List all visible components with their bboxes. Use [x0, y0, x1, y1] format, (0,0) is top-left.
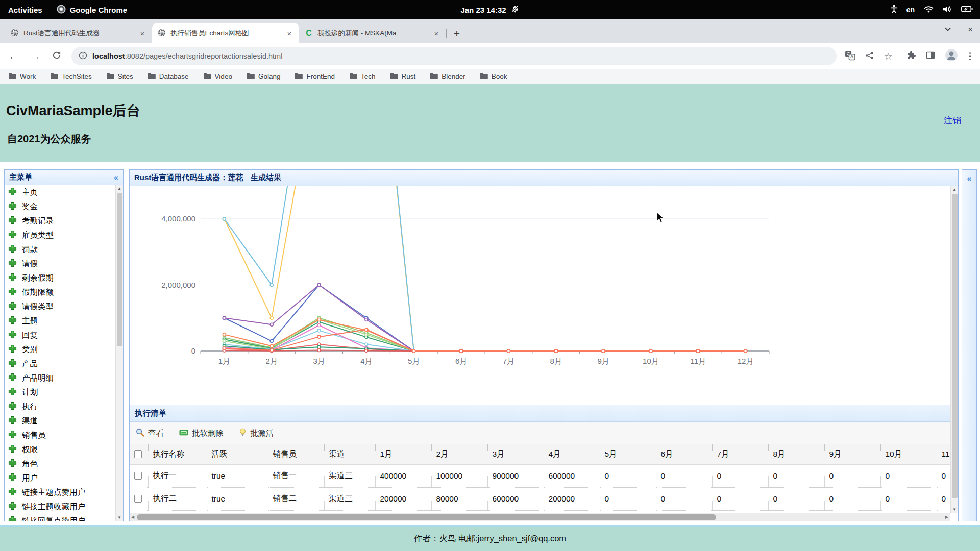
- sidebar-scrollbar[interactable]: ▲ ▼: [115, 185, 123, 521]
- browser-tab[interactable]: 执行销售员Echarts网格图×: [152, 23, 299, 43]
- column-header[interactable]: 1月: [375, 444, 431, 464]
- column-header[interactable]: 6月: [656, 444, 712, 464]
- main-vertical-scrollbar[interactable]: ▲ ▼: [950, 186, 958, 513]
- bookmark-folder[interactable]: Video: [203, 72, 232, 81]
- reload-button[interactable]: [50, 50, 63, 63]
- column-header[interactable]: 销售员: [268, 444, 324, 464]
- share-icon[interactable]: [865, 51, 874, 62]
- bookmark-folder[interactable]: Tech: [349, 72, 376, 81]
- sidebar-item[interactable]: 类别: [5, 342, 123, 357]
- sidebar-item[interactable]: 剩余假期: [5, 271, 123, 285]
- sidebar-item[interactable]: 角色: [5, 457, 123, 471]
- bookmark-folder[interactable]: Rust: [390, 72, 416, 81]
- column-header[interactable]: 10月: [880, 444, 937, 464]
- column-header[interactable]: 活跃: [207, 444, 268, 464]
- chrome-menu-icon[interactable]: [967, 52, 973, 61]
- right-collapsed-panel[interactable]: «: [962, 169, 977, 521]
- column-header[interactable]: 执行名称: [148, 444, 207, 464]
- sidebar-item[interactable]: 权限: [5, 442, 123, 457]
- tab-close-icon[interactable]: ×: [432, 29, 441, 38]
- browser-tab[interactable]: Rust语言通用代码生成器×: [5, 23, 152, 43]
- column-header[interactable]: 9月: [824, 444, 880, 464]
- url-text[interactable]: localhost:8082/pages/echartsgridreportac…: [92, 52, 282, 60]
- clock-widget[interactable]: Jan 23 14:32: [460, 5, 519, 15]
- header-checkbox[interactable]: [134, 450, 142, 458]
- column-header[interactable]: 11月: [937, 444, 950, 464]
- table-row[interactable]: 执行二true销售二渠道三200000800006000002000000000…: [130, 487, 950, 510]
- scroll-down-icon[interactable]: ▼: [951, 507, 958, 512]
- bookmark-folder[interactable]: TechSites: [50, 72, 92, 81]
- column-header[interactable]: 3月: [487, 444, 544, 464]
- bookmark-folder[interactable]: Work: [8, 72, 36, 81]
- logout-link[interactable]: 注销: [944, 115, 961, 127]
- row-checkbox[interactable]: [134, 472, 142, 480]
- column-header[interactable]: 4月: [544, 444, 600, 464]
- column-header[interactable]: 2月: [431, 444, 487, 464]
- sidebar-item[interactable]: 雇员类型: [5, 228, 123, 242]
- row-checkbox[interactable]: [134, 495, 142, 503]
- sidebar-item[interactable]: 产品: [5, 357, 123, 371]
- table-row[interactable]: 执行一true销售一渠道三400000100000900000600000000…: [130, 464, 950, 487]
- sidebar-item[interactable]: 请假类型: [5, 299, 123, 314]
- bookmark-folder[interactable]: FrontEnd: [295, 72, 335, 81]
- grid-horizontal-scrollbar[interactable]: ◀ ▶: [130, 513, 950, 521]
- sidebar-item[interactable]: 假期限额: [5, 285, 123, 299]
- tab-close-icon[interactable]: ×: [138, 29, 147, 38]
- bookmark-star-icon[interactable]: ☆: [884, 51, 892, 62]
- sidebar-item[interactable]: 主页: [5, 185, 123, 199]
- scroll-right-icon[interactable]: ▶: [945, 515, 948, 519]
- sidebar-item[interactable]: 计划: [5, 385, 123, 399]
- grid-hscroll-thumb[interactable]: [137, 514, 716, 520]
- sales-chart[interactable]: 4,000,0002,000,00001月2月3月4月5月6月7月8月9月10月…: [130, 186, 950, 403]
- sidebar-item[interactable]: 销售员: [5, 428, 123, 442]
- sidebar-item[interactable]: 执行: [5, 399, 123, 414]
- toolbar-button[interactable]: 查看: [136, 428, 164, 439]
- sidebar-item[interactable]: 请假: [5, 257, 123, 271]
- activities-button[interactable]: Activities: [8, 6, 42, 14]
- sidebar-scroll-thumb[interactable]: [117, 193, 122, 346]
- extensions-puzzle-icon[interactable]: [906, 50, 916, 62]
- column-header[interactable]: 8月: [768, 444, 824, 464]
- column-header[interactable]: 7月: [712, 444, 768, 464]
- forward-button[interactable]: →: [29, 50, 42, 62]
- side-panel-icon[interactable]: [925, 50, 936, 62]
- keyboard-layout-indicator[interactable]: en: [906, 6, 915, 14]
- back-button[interactable]: ←: [7, 50, 20, 62]
- sidebar-item[interactable]: 考勤记录: [5, 214, 123, 228]
- sidebar-item[interactable]: 产品明细: [5, 371, 123, 385]
- address-bar[interactable]: localhost:8082/pages/echartsgridreportac…: [71, 47, 837, 65]
- sidebar-item[interactable]: 回复: [5, 328, 123, 342]
- column-header[interactable]: 5月: [600, 444, 656, 464]
- scroll-left-icon[interactable]: ◀: [131, 515, 134, 519]
- main-scroll-thumb[interactable]: [952, 194, 958, 498]
- scroll-down-icon[interactable]: ▼: [116, 515, 123, 520]
- bookmark-folder[interactable]: Book: [480, 72, 507, 81]
- bookmark-folder[interactable]: Golang: [247, 72, 281, 81]
- bookmark-folder[interactable]: Blender: [430, 72, 465, 81]
- profile-avatar[interactable]: [945, 48, 958, 64]
- sidebar-item[interactable]: 奖金: [5, 199, 123, 214]
- sidebar-collapse-icon[interactable]: «: [114, 173, 118, 182]
- bookmark-folder[interactable]: Database: [148, 72, 189, 81]
- sidebar-item[interactable]: 链接主题收藏用户: [5, 499, 123, 514]
- accessibility-icon[interactable]: [891, 5, 897, 15]
- translate-icon[interactable]: A: [845, 50, 855, 63]
- sidebar-item[interactable]: 渠道: [5, 414, 123, 428]
- toolbar-button[interactable]: 批软删除: [179, 428, 224, 439]
- window-close-icon[interactable]: ×: [968, 24, 973, 35]
- site-info-icon[interactable]: [79, 51, 87, 62]
- new-tab-button[interactable]: +: [449, 26, 464, 41]
- tab-search-chevron-icon[interactable]: [944, 24, 951, 35]
- tab-close-icon[interactable]: ×: [285, 29, 294, 38]
- focused-app-chip[interactable]: Google Chrome: [57, 5, 128, 15]
- right-collapse-icon[interactable]: «: [962, 174, 976, 183]
- sidebar-item[interactable]: 链接回复点赞用户: [5, 514, 123, 521]
- sidebar-item[interactable]: 用户: [5, 471, 123, 485]
- bookmark-folder[interactable]: Sites: [106, 72, 133, 81]
- column-header[interactable]: 渠道: [324, 444, 375, 464]
- sidebar-item[interactable]: 链接主题点赞用户: [5, 485, 123, 499]
- scroll-up-icon[interactable]: ▲: [116, 186, 123, 191]
- browser-tab[interactable]: C我投递的新闻 - MS&A(Ma×: [299, 23, 446, 43]
- toolbar-button[interactable]: 批激活: [239, 428, 274, 439]
- select-all-header[interactable]: [130, 444, 148, 464]
